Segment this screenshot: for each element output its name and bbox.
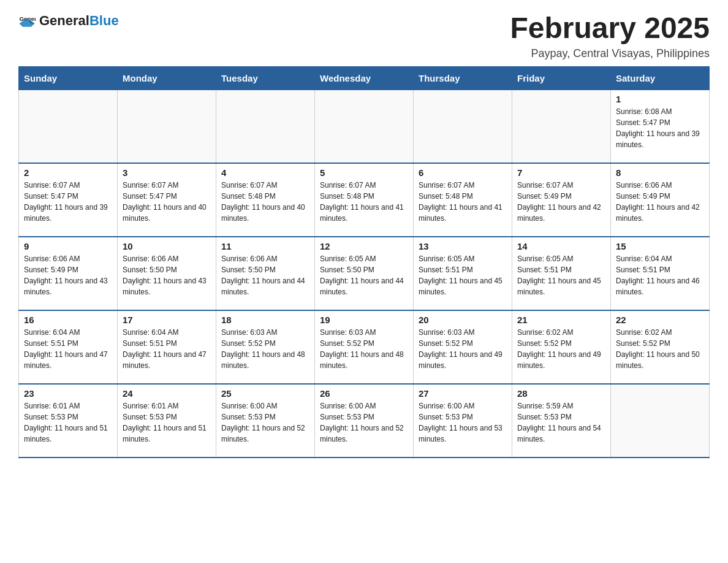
day-info: Sunrise: 6:05 AMSunset: 5:50 PMDaylight:… [320,253,408,297]
day-info: Sunrise: 6:05 AMSunset: 5:51 PMDaylight:… [517,253,605,297]
day-number: 4 [221,167,309,178]
day-number: 22 [616,315,704,325]
day-info: Sunrise: 6:06 AMSunset: 5:49 PMDaylight:… [616,180,704,224]
weekday-header-monday: Monday [118,66,216,90]
day-number: 2 [24,167,112,178]
calendar-header-row: SundayMondayTuesdayWednesdayThursdayFrid… [19,66,710,90]
day-info: Sunrise: 6:08 AMSunset: 5:47 PMDaylight:… [616,106,704,150]
day-number: 1 [616,94,704,104]
title-block: February 2025 Paypay, Central Visayas, P… [510,12,710,60]
day-info: Sunrise: 6:06 AMSunset: 5:50 PMDaylight:… [221,253,309,297]
day-info: Sunrise: 6:03 AMSunset: 5:52 PMDaylight:… [320,327,408,371]
day-info: Sunrise: 6:01 AMSunset: 5:53 PMDaylight:… [123,400,211,445]
logo: General GeneralBlue [18,12,119,29]
calendar-week-row: 2Sunrise: 6:07 AMSunset: 5:47 PMDaylight… [19,163,710,237]
day-number: 3 [123,167,211,178]
location-subtitle: Paypay, Central Visayas, Philippines [510,47,710,60]
day-number: 18 [221,315,309,325]
day-number: 21 [517,315,605,325]
calendar-cell: 1Sunrise: 6:08 AMSunset: 5:47 PMDaylight… [611,90,710,163]
calendar-cell: 27Sunrise: 6:00 AMSunset: 5:53 PMDayligh… [414,384,512,458]
day-info: Sunrise: 5:59 AMSunset: 5:53 PMDaylight:… [517,400,605,445]
calendar-cell [216,90,315,163]
day-number: 26 [320,388,408,399]
calendar-cell: 12Sunrise: 6:05 AMSunset: 5:50 PMDayligh… [315,237,414,310]
calendar-cell: 20Sunrise: 6:03 AMSunset: 5:52 PMDayligh… [414,310,512,384]
day-info: Sunrise: 6:07 AMSunset: 5:48 PMDaylight:… [419,180,507,224]
calendar-cell: 2Sunrise: 6:07 AMSunset: 5:47 PMDaylight… [19,163,118,237]
day-number: 16 [24,315,112,325]
calendar-cell: 26Sunrise: 6:00 AMSunset: 5:53 PMDayligh… [315,384,414,458]
day-info: Sunrise: 6:07 AMSunset: 5:48 PMDaylight:… [320,180,408,224]
weekday-header-thursday: Thursday [414,66,512,90]
calendar-cell: 7Sunrise: 6:07 AMSunset: 5:49 PMDaylight… [512,163,611,237]
day-info: Sunrise: 6:07 AMSunset: 5:47 PMDaylight:… [24,180,112,224]
calendar-cell: 19Sunrise: 6:03 AMSunset: 5:52 PMDayligh… [315,310,414,384]
day-info: Sunrise: 6:03 AMSunset: 5:52 PMDaylight:… [221,327,309,371]
day-number: 23 [24,388,112,399]
calendar-cell: 21Sunrise: 6:02 AMSunset: 5:52 PMDayligh… [512,310,611,384]
day-number: 15 [616,241,704,251]
calendar-cell: 10Sunrise: 6:06 AMSunset: 5:50 PMDayligh… [118,237,216,310]
logo-text: GeneralBlue [39,13,119,29]
weekday-header-friday: Friday [512,66,611,90]
day-info: Sunrise: 6:03 AMSunset: 5:52 PMDaylight:… [419,327,507,371]
day-number: 17 [123,315,211,325]
calendar-cell: 5Sunrise: 6:07 AMSunset: 5:48 PMDaylight… [315,163,414,237]
day-number: 10 [123,241,211,251]
day-number: 14 [517,241,605,251]
calendar-cell: 23Sunrise: 6:01 AMSunset: 5:53 PMDayligh… [19,384,118,458]
day-number: 20 [419,315,507,325]
day-number: 24 [123,388,211,399]
day-number: 7 [517,167,605,178]
calendar-table: SundayMondayTuesdayWednesdayThursdayFrid… [18,66,710,459]
day-number: 8 [616,167,704,178]
calendar-cell: 17Sunrise: 6:04 AMSunset: 5:51 PMDayligh… [118,310,216,384]
calendar-week-row: 16Sunrise: 6:04 AMSunset: 5:51 PMDayligh… [19,310,710,384]
weekday-header-saturday: Saturday [611,66,710,90]
calendar-cell: 22Sunrise: 6:02 AMSunset: 5:52 PMDayligh… [611,310,710,384]
calendar-week-row: 1Sunrise: 6:08 AMSunset: 5:47 PMDaylight… [19,90,710,163]
calendar-cell: 15Sunrise: 6:04 AMSunset: 5:51 PMDayligh… [611,237,710,310]
day-info: Sunrise: 6:00 AMSunset: 5:53 PMDaylight:… [221,400,309,445]
weekday-header-sunday: Sunday [19,66,118,90]
weekday-header-tuesday: Tuesday [216,66,315,90]
day-info: Sunrise: 6:01 AMSunset: 5:53 PMDaylight:… [24,400,112,445]
calendar-cell: 3Sunrise: 6:07 AMSunset: 5:47 PMDaylight… [118,163,216,237]
logo-icon: General [18,12,36,29]
day-info: Sunrise: 6:04 AMSunset: 5:51 PMDaylight:… [123,327,211,371]
day-info: Sunrise: 6:04 AMSunset: 5:51 PMDaylight:… [24,327,112,371]
day-info: Sunrise: 6:02 AMSunset: 5:52 PMDaylight:… [517,327,605,371]
day-number: 19 [320,315,408,325]
calendar-cell: 25Sunrise: 6:00 AMSunset: 5:53 PMDayligh… [216,384,315,458]
calendar-cell: 18Sunrise: 6:03 AMSunset: 5:52 PMDayligh… [216,310,315,384]
calendar-week-row: 9Sunrise: 6:06 AMSunset: 5:49 PMDaylight… [19,237,710,310]
calendar-cell: 11Sunrise: 6:06 AMSunset: 5:50 PMDayligh… [216,237,315,310]
day-number: 12 [320,241,408,251]
day-info: Sunrise: 6:02 AMSunset: 5:52 PMDaylight:… [616,327,704,371]
calendar-cell: 9Sunrise: 6:06 AMSunset: 5:49 PMDaylight… [19,237,118,310]
day-info: Sunrise: 6:07 AMSunset: 5:49 PMDaylight:… [517,180,605,224]
day-number: 28 [517,388,605,399]
calendar-cell: 4Sunrise: 6:07 AMSunset: 5:48 PMDaylight… [216,163,315,237]
day-number: 27 [419,388,507,399]
month-title: February 2025 [510,12,710,45]
day-number: 5 [320,167,408,178]
calendar-cell: 24Sunrise: 6:01 AMSunset: 5:53 PMDayligh… [118,384,216,458]
page-header: General GeneralBlue February 2025 Paypay… [18,12,710,60]
day-number: 25 [221,388,309,399]
calendar-cell [611,384,710,458]
calendar-cell [19,90,118,163]
calendar-cell: 6Sunrise: 6:07 AMSunset: 5:48 PMDaylight… [414,163,512,237]
calendar-cell [414,90,512,163]
calendar-cell: 13Sunrise: 6:05 AMSunset: 5:51 PMDayligh… [414,237,512,310]
day-info: Sunrise: 6:04 AMSunset: 5:51 PMDaylight:… [616,253,704,297]
day-info: Sunrise: 6:07 AMSunset: 5:47 PMDaylight:… [123,180,211,224]
calendar-cell: 28Sunrise: 5:59 AMSunset: 5:53 PMDayligh… [512,384,611,458]
calendar-week-row: 23Sunrise: 6:01 AMSunset: 5:53 PMDayligh… [19,384,710,458]
calendar-cell [315,90,414,163]
logo-general: General [39,13,89,28]
day-number: 9 [24,241,112,251]
calendar-cell [118,90,216,163]
calendar-cell: 14Sunrise: 6:05 AMSunset: 5:51 PMDayligh… [512,237,611,310]
